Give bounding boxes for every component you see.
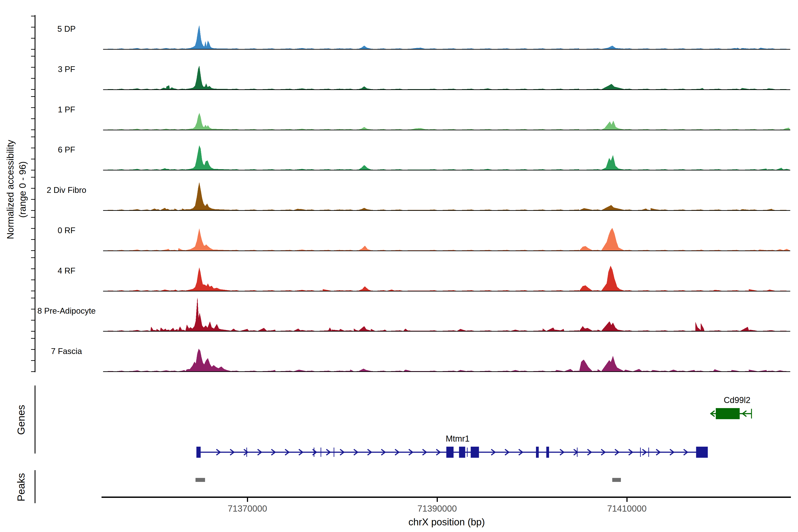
y-axis-tick (31, 320, 35, 321)
track-label: 7 Fascia (20, 347, 113, 356)
track-baseline (103, 89, 790, 90)
peak-box (612, 478, 621, 482)
y-axis-tick (31, 148, 35, 148)
signal-area (103, 66, 790, 90)
gene-exon (446, 446, 454, 458)
y-axis-tick (31, 49, 35, 50)
x-axis-tick (247, 498, 248, 502)
track-signal (103, 177, 790, 210)
y-axis-tick (31, 188, 35, 189)
track-signal (103, 16, 790, 49)
y-axis-tick (31, 118, 35, 119)
track-signal (103, 137, 790, 170)
track-signal (103, 298, 790, 331)
gene-exon (471, 446, 479, 458)
signal-area (103, 146, 790, 170)
gene-exon-tick (467, 448, 468, 457)
track-baseline (103, 170, 790, 170)
gene-exon (716, 408, 740, 419)
y-axis-tick (31, 360, 35, 361)
track-baseline (103, 371, 790, 372)
y-axis-tick (31, 349, 35, 350)
gene-name-label: Mtmr1 (446, 434, 470, 443)
y-axis-tick (31, 291, 35, 291)
track-baseline (103, 291, 790, 291)
genes-track-svg: Cd99l2Mtmr1 (103, 392, 790, 459)
x-axis-tick-label: 71390000 (393, 504, 481, 514)
track-label: 3 PF (20, 65, 113, 74)
gene-name-label: Cd99l2 (724, 396, 750, 405)
y-axis-tick (31, 89, 35, 90)
y-axis-label-line1: Normalized accessibility (4, 90, 17, 289)
gene-exon (696, 446, 708, 458)
track-baseline (103, 49, 790, 50)
peaks-section-label: Peaks (15, 454, 27, 520)
y-axis-tick (31, 159, 35, 159)
y-axis-tick (31, 331, 35, 331)
y-axis-tick (31, 309, 35, 309)
y-axis-tick (31, 56, 35, 57)
coverage-plot-figure: Normalized accessibility (range 0 - 96) … (0, 0, 798, 532)
y-axis-tick (31, 250, 35, 251)
signal-area (103, 113, 790, 130)
track-baseline (103, 130, 790, 130)
track-baseline (103, 210, 790, 211)
track-label: 4 RF (20, 266, 113, 276)
gene-exon-tick (321, 448, 321, 457)
y-axis-tick (31, 371, 35, 372)
x-axis-tick (626, 498, 628, 502)
track-signal (103, 97, 790, 130)
y-axis-tick (31, 96, 35, 97)
track-label: 5 DP (20, 24, 113, 34)
signal-area (103, 183, 790, 210)
x-axis-tick-label: 71370000 (203, 504, 292, 514)
gene-exon (536, 446, 539, 458)
y-axis-tick (31, 217, 35, 218)
y-axis-tick (31, 170, 35, 170)
track-signal (103, 338, 790, 372)
track-label: 0 RF (20, 226, 113, 235)
y-axis-tick (31, 130, 35, 130)
track-baseline (103, 331, 790, 331)
y-axis-tick (31, 239, 35, 240)
y-axis-tick (31, 298, 35, 298)
x-axis-line (101, 496, 791, 498)
track-label: 2 Div Fibro (20, 186, 113, 195)
y-axis-tick (31, 210, 35, 211)
y-axis-tick (31, 136, 35, 137)
y-axis-tick (31, 177, 35, 177)
y-axis-tick (31, 338, 35, 339)
track-signal (103, 258, 790, 291)
signal-area (103, 266, 790, 291)
y-axis-tick (31, 199, 35, 200)
y-axis-tick (31, 228, 35, 229)
y-axis-tick (31, 258, 35, 258)
x-axis-title: chrX position (bp) (336, 516, 557, 528)
track-signal (103, 56, 790, 90)
gene-exon (546, 446, 549, 458)
signal-area (103, 228, 790, 251)
gene-exon (459, 446, 465, 458)
y-axis-tick (31, 27, 35, 27)
gene-exon-tick (314, 448, 314, 457)
gene-exon-tick (648, 448, 649, 457)
y-axis-tick (31, 78, 35, 79)
y-axis-tick (31, 107, 35, 108)
x-axis-tick (437, 498, 438, 502)
y-axis-tick (31, 38, 35, 39)
gene-exon (196, 446, 201, 458)
track-label: 6 PF (20, 145, 113, 154)
y-axis-tick (31, 67, 35, 68)
y-axis-tick (31, 16, 35, 16)
track-label: 1 PF (20, 105, 113, 114)
gene-end-bar (751, 409, 752, 418)
y-axis-tick (31, 280, 35, 280)
y-axis-tick (31, 268, 35, 269)
peak-box (195, 478, 205, 482)
signal-area (103, 298, 790, 331)
gene-exon-tick (640, 448, 641, 457)
signal-area (103, 349, 790, 372)
peaks-bracket-line (35, 470, 36, 503)
genes-section-label: Genes (15, 386, 27, 453)
track-label: 8 Pre-Adipocyte (20, 306, 113, 316)
